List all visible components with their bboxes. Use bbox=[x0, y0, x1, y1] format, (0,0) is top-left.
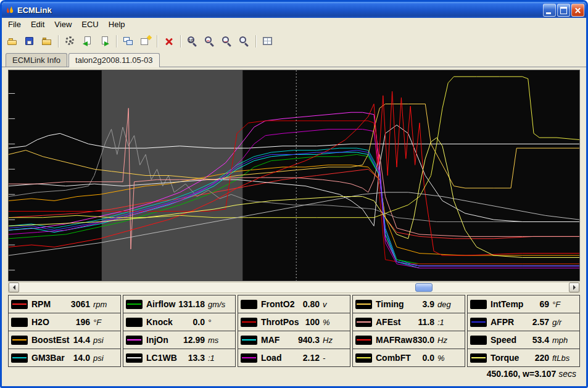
gauge-column: IntTemp69°FAFPR2.57g/rSpeed53.4mphTorque… bbox=[467, 295, 580, 367]
save-all-icon bbox=[41, 35, 53, 47]
scrollbar-thumb[interactable] bbox=[415, 283, 433, 292]
trace-injon bbox=[9, 112, 579, 266]
title-bar[interactable]: ECMLink bbox=[2, 2, 586, 18]
gauge-load[interactable]: Load2.12- bbox=[238, 349, 350, 367]
datalog-chart[interactable] bbox=[8, 70, 580, 281]
menu-file[interactable]: File bbox=[3, 19, 26, 30]
gauge-afpr[interactable]: AFPR2.57g/r bbox=[467, 313, 580, 331]
gauge-lc1wb[interactable]: LC1WB13.3:1 bbox=[123, 349, 236, 367]
gauge-inttemp[interactable]: IntTemp69°F bbox=[467, 295, 580, 313]
save-button[interactable] bbox=[22, 33, 38, 49]
zoom-in-button[interactable] bbox=[236, 33, 252, 49]
table-view-button[interactable] bbox=[260, 33, 276, 49]
minimize-button[interactable] bbox=[543, 4, 556, 17]
gauge-speed[interactable]: Speed53.4mph bbox=[467, 331, 580, 349]
save-all-button[interactable] bbox=[39, 33, 55, 49]
tab-datalog-talon2g[interactable]: talon2g2008.11.05-03 bbox=[68, 53, 160, 67]
selection-region bbox=[102, 70, 242, 281]
zoom-10s-button[interactable]: 10 bbox=[184, 33, 201, 49]
status-line: 450.160, w=3.107secs bbox=[8, 367, 580, 379]
gauge-unit: deg bbox=[437, 300, 462, 309]
gauge-value: 0.80 bbox=[303, 299, 320, 309]
gauge-value: 220 bbox=[535, 353, 549, 363]
compare-logs-button[interactable] bbox=[120, 33, 136, 49]
delete-log-icon bbox=[163, 35, 175, 47]
trace-color-line bbox=[357, 357, 371, 358]
gauge-value: 100 bbox=[305, 317, 320, 327]
gauge-afest[interactable]: AFEst11.8:1 bbox=[352, 313, 465, 331]
trace-color-swatch bbox=[355, 318, 372, 327]
gauge-unit: :1 bbox=[437, 318, 462, 327]
gauge-value: 12.99 bbox=[183, 335, 205, 345]
trace-color-swatch bbox=[355, 353, 372, 363]
gauge-name: LC1WB bbox=[146, 353, 177, 363]
gauge-unit: % bbox=[437, 353, 462, 363]
maximize-button[interactable] bbox=[557, 4, 570, 17]
gauge-h2o[interactable]: H2O196°F bbox=[8, 313, 121, 331]
gauge-airflow[interactable]: Airflow131.18gm/s bbox=[123, 295, 236, 313]
gauge-knock[interactable]: Knock0.0° bbox=[123, 313, 236, 331]
trace-color-line bbox=[471, 339, 486, 341]
gauge-maf[interactable]: MAF940.3Hz bbox=[238, 331, 350, 349]
toolbar-separator bbox=[255, 35, 257, 47]
compare-logs-icon bbox=[122, 35, 135, 47]
log-wizard-button[interactable] bbox=[138, 33, 154, 49]
gauge-unit: °F bbox=[552, 300, 577, 309]
gauge-gm3bar[interactable]: GM3Bar14.0psi bbox=[8, 349, 121, 367]
trace-mafraw bbox=[9, 91, 579, 255]
scrollbar-track[interactable] bbox=[19, 283, 569, 292]
log-wizard-icon bbox=[139, 35, 152, 47]
gauge-combft[interactable]: CombFT0.0% bbox=[352, 349, 465, 367]
gauge-torque[interactable]: Torque220ftLbs bbox=[467, 349, 580, 367]
scroll-right-button[interactable] bbox=[569, 283, 579, 292]
gauge-timing[interactable]: Timing3.9deg bbox=[352, 295, 465, 313]
trace-airflow bbox=[9, 154, 579, 263]
gauge-name: BoostEst bbox=[31, 335, 69, 345]
zoom-out-button[interactable]: − bbox=[202, 33, 218, 49]
gauge-unit: Hz bbox=[323, 336, 347, 345]
gauge-injon[interactable]: InjOn12.99ms bbox=[123, 331, 236, 349]
import-log-icon bbox=[81, 35, 94, 47]
gauge-column: FrontO20.80vThrotPos100%MAF940.3HzLoad2.… bbox=[238, 295, 350, 367]
zoom-cursor-button[interactable]: → bbox=[219, 33, 235, 49]
import-log-button[interactable] bbox=[80, 33, 96, 49]
gauge-fronto2[interactable]: FrontO20.80v bbox=[238, 295, 350, 313]
trace-color-line bbox=[12, 357, 27, 358]
trace-color-swatch bbox=[241, 353, 257, 363]
tab-ecmlink-info[interactable]: ECMLink Info bbox=[6, 53, 67, 67]
gauge-value: 3061 bbox=[71, 299, 90, 309]
gauge-throtpos[interactable]: ThrotPos100% bbox=[238, 313, 350, 331]
trace-color-swatch bbox=[126, 336, 143, 345]
delete-log-button[interactable] bbox=[161, 33, 177, 49]
gauge-name: ThrotPos bbox=[261, 317, 299, 327]
trace-maf bbox=[9, 152, 579, 268]
trace-throtpos bbox=[9, 121, 579, 264]
gauge-column: RPM3061rpmH2O196°FBoostEst14.4psiGM3Bar1… bbox=[8, 295, 121, 367]
chart-scrollbar bbox=[8, 282, 580, 293]
scroll-left-button[interactable] bbox=[9, 283, 19, 292]
menu-help[interactable]: Help bbox=[104, 19, 130, 30]
trace-color-swatch bbox=[126, 353, 143, 363]
trace-color-swatch bbox=[241, 336, 257, 345]
open-button[interactable] bbox=[4, 33, 20, 49]
gauge-boostest[interactable]: BoostEst14.4psi bbox=[8, 331, 121, 349]
gauge-mafraw[interactable]: MAFRaw830.0Hz bbox=[352, 331, 465, 349]
gauge-name: CombFT bbox=[376, 353, 411, 363]
tab-content: RPM3061rpmH2O196°FBoostEst14.4psiGM3Bar1… bbox=[2, 67, 586, 379]
gauge-rpm[interactable]: RPM3061rpm bbox=[8, 295, 121, 313]
export-log-button[interactable] bbox=[97, 33, 113, 49]
menu-view[interactable]: View bbox=[49, 19, 77, 30]
app-window: ECMLink File Edit View ECU Help 10−→ ECM… bbox=[0, 0, 588, 388]
gauge-unit: psi bbox=[93, 353, 118, 363]
zoom-overlay-label: − bbox=[205, 38, 211, 43]
app-icon bbox=[5, 5, 15, 15]
capture-button[interactable] bbox=[62, 33, 78, 49]
gauge-unit: psi bbox=[93, 336, 118, 345]
menu-edit[interactable]: Edit bbox=[26, 19, 49, 30]
menu-ecu[interactable]: ECU bbox=[77, 19, 103, 30]
gauge-value: 0.0 bbox=[193, 317, 205, 327]
close-button[interactable] bbox=[571, 4, 584, 17]
gauge-column: Timing3.9degAFEst11.8:1MAFRaw830.0HzComb… bbox=[352, 295, 465, 367]
gauge-name: Knock bbox=[146, 317, 173, 327]
gauge-name: MAF bbox=[261, 335, 280, 345]
